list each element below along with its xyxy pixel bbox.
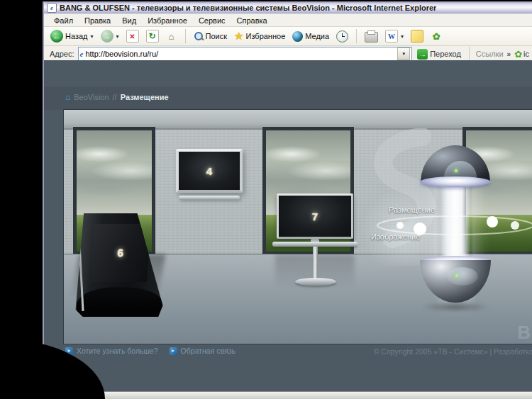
- ie-favicon: e: [80, 50, 84, 58]
- sticky-note-button[interactable]: [409, 29, 426, 43]
- go-label: Переход: [430, 50, 461, 58]
- history-clock-icon: [336, 30, 348, 43]
- back-label: Назад: [65, 32, 88, 40]
- tv6-screen: 6: [90, 224, 150, 282]
- breadcrumb-separator: //: [113, 93, 117, 101]
- media-label: Медиа: [305, 32, 329, 40]
- tv-number-6: 6: [117, 247, 123, 259]
- address-dropdown-button[interactable]: ▾: [397, 47, 410, 60]
- search-icon: [194, 31, 204, 41]
- wall-tv-4[interactable]: 4: [176, 149, 243, 193]
- copyright-text: © Copyright 2005 «ТВ - Системс» | Разраб…: [374, 347, 532, 356]
- icq-flower-icon: ✿: [514, 49, 522, 60]
- go-arrow-icon: →: [417, 49, 428, 60]
- light-beam: [438, 181, 472, 264]
- tv7-stand-pole: [313, 247, 318, 280]
- ie-page-icon: e: [47, 3, 57, 13]
- showroom-image: 4 6 7: [64, 110, 532, 344]
- favorites-button[interactable]: ★ Избранное: [232, 30, 287, 42]
- learn-more-label: Хотите узнать больше?: [77, 347, 158, 355]
- word-icon: W: [385, 30, 398, 43]
- icq-button[interactable]: ✿: [428, 30, 444, 43]
- back-icon: ←: [50, 30, 63, 43]
- window-title: BANG & OLUFSEN - телевизоры и телевизион…: [60, 4, 436, 12]
- history-button[interactable]: [334, 30, 350, 43]
- nav-link-picture[interactable]: Изображение: [371, 232, 420, 241]
- refresh-icon: ↻: [146, 30, 159, 43]
- menu-tools[interactable]: Сервис: [193, 16, 231, 26]
- green-indicator-dot: [455, 274, 458, 277]
- window-right: [462, 127, 532, 255]
- dome-rim: [420, 176, 491, 187]
- tv6-speaker: [77, 287, 164, 317]
- tv7-stand-base: [295, 278, 336, 286]
- page-footer-links: ▸ Хотите узнать больше? ▸ Обратная связь: [65, 347, 235, 355]
- links-chevron-icon[interactable]: »: [507, 50, 511, 58]
- icq-text: ic: [523, 50, 529, 58]
- page-viewport: ⌂ BeoVision // Размещение: [44, 60, 532, 391]
- beovision-watermark: B: [517, 322, 531, 344]
- nav-link-placement[interactable]: Размещение: [389, 206, 435, 214]
- icq-toolbar-item[interactable]: ✿ ic: [514, 49, 529, 60]
- home-icon[interactable]: ⌂: [65, 94, 70, 101]
- feedback-label: Обратная связь: [181, 347, 235, 355]
- menu-help[interactable]: Справка: [231, 16, 273, 26]
- media-button[interactable]: Медиа: [290, 30, 331, 43]
- address-input[interactable]: [85, 49, 395, 59]
- feedback-link[interactable]: ▸ Обратная связь: [170, 347, 235, 355]
- sticky-note-icon: [411, 30, 423, 43]
- links-label[interactable]: Ссылки: [476, 50, 504, 58]
- toolbar-separator: [356, 29, 357, 43]
- addressbar-separator: [469, 47, 470, 61]
- stop-icon: ✕: [126, 30, 139, 43]
- screenshot-stage: e BANG & OLUFSEN - телевизоры и телевизи…: [0, 0, 532, 399]
- toolbar-separator: [185, 29, 186, 43]
- title-bar[interactable]: e BANG & OLUFSEN - телевизоры и телевизи…: [44, 1, 532, 14]
- breadcrumb-current: Размещение: [121, 93, 169, 101]
- search-label: Поиск: [206, 32, 227, 40]
- toolbar: ← Назад ▾ → ▾ ✕ ↻ ⌂ Поиск ★: [44, 27, 532, 46]
- bottom-frame-strip: [99, 391, 532, 399]
- edit-word-button[interactable]: W ▾: [383, 29, 406, 43]
- menu-edit[interactable]: Правка: [79, 16, 116, 26]
- favorites-label: Избранное: [246, 32, 286, 40]
- green-indicator-dot: [455, 169, 458, 172]
- browser-window: e BANG & OLUFSEN - телевизоры и телевизи…: [44, 1, 532, 391]
- menu-view[interactable]: Вид: [116, 16, 142, 26]
- address-input-wrap: e ▾: [78, 47, 413, 61]
- media-icon: [292, 31, 303, 42]
- forward-icon: →: [101, 30, 113, 43]
- tv-number-4: 4: [206, 165, 212, 177]
- address-label: Адрес:: [47, 50, 74, 58]
- home-button[interactable]: ⌂: [164, 30, 179, 43]
- menu-bar: Файл Правка Вид Избранное Сервис Справка: [44, 14, 532, 27]
- favorites-star-icon: ★: [234, 31, 243, 41]
- menu-favorites[interactable]: Избранное: [142, 16, 193, 26]
- print-button[interactable]: [362, 30, 380, 43]
- bowl-reflection: [447, 267, 478, 286]
- wall-speaker-bar: [179, 196, 240, 200]
- refresh-button[interactable]: ↻: [144, 29, 161, 43]
- learn-more-link[interactable]: ▸ Хотите узнать больше?: [65, 347, 158, 355]
- tv-number-7: 7: [312, 210, 318, 223]
- stop-button[interactable]: ✕: [124, 29, 141, 43]
- menu-file[interactable]: Файл: [48, 16, 79, 26]
- go-button[interactable]: → Переход: [416, 49, 462, 60]
- forward-button[interactable]: → ▾: [99, 29, 121, 43]
- home-icon: ⌂: [166, 30, 177, 42]
- breadcrumb-site[interactable]: BeoVision: [74, 93, 109, 101]
- printer-icon: [365, 32, 378, 43]
- back-dropdown-icon[interactable]: ▾: [91, 33, 94, 40]
- forward-dropdown-icon[interactable]: ▾: [116, 33, 119, 40]
- breadcrumb: ⌂ BeoVision // Размещение: [65, 93, 169, 101]
- tv7-speaker-bar: [272, 242, 358, 247]
- back-button[interactable]: ← Назад ▾: [48, 29, 96, 43]
- arrow-square-icon: ▸: [170, 347, 177, 355]
- stand-tv-7[interactable]: 7: [277, 193, 353, 239]
- edit-dropdown-icon[interactable]: ▾: [401, 33, 404, 40]
- sphere-shadow: [421, 301, 489, 313]
- sky-view: [77, 130, 152, 215]
- grass-view: [466, 215, 532, 252]
- search-button[interactable]: Поиск: [192, 30, 229, 42]
- icq-flower-icon: ✿: [431, 30, 442, 42]
